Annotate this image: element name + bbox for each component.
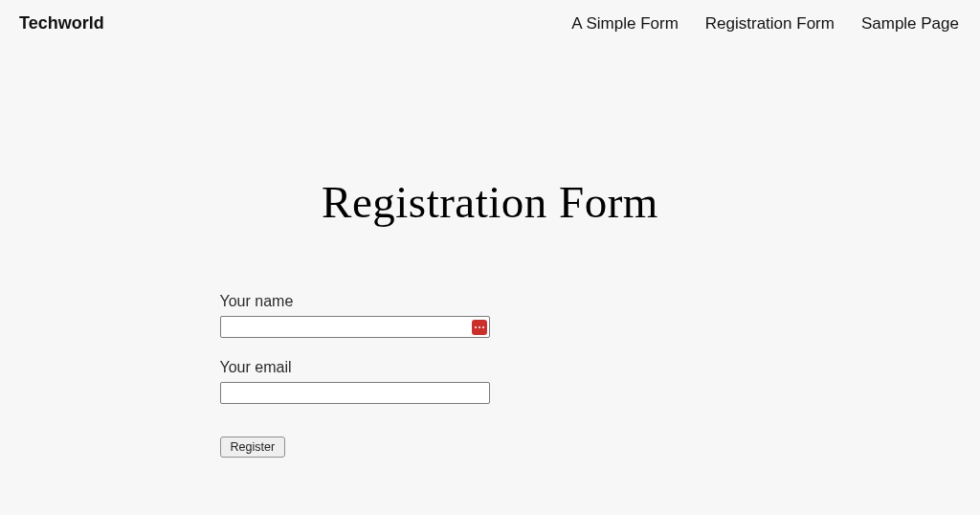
submit-row: Register (220, 437, 761, 458)
email-label: Your email (220, 359, 761, 376)
password-manager-icon[interactable] (472, 320, 487, 335)
page-title: Registration Form (220, 176, 761, 228)
registration-form: Your name Your email Register (220, 293, 761, 458)
site-brand[interactable]: Techworld (19, 13, 104, 34)
name-input[interactable] (220, 316, 490, 338)
register-button[interactable]: Register (220, 437, 286, 458)
primary-nav: A Simple Form Registration Form Sample P… (571, 14, 959, 34)
dot-icon (479, 326, 480, 328)
nav-link-sample-page[interactable]: Sample Page (861, 14, 959, 34)
dot-icon (475, 326, 477, 328)
nav-link-registration-form[interactable]: Registration Form (705, 14, 835, 34)
field-name: Your name (220, 293, 761, 338)
email-input-wrap (220, 382, 490, 404)
name-label: Your name (220, 293, 761, 310)
main-content: Registration Form Your name Your email R… (220, 47, 761, 458)
field-email: Your email (220, 359, 761, 404)
nav-link-simple-form[interactable]: A Simple Form (571, 14, 678, 34)
name-input-wrap (220, 316, 490, 338)
dot-icon (482, 326, 484, 328)
email-input[interactable] (220, 382, 490, 404)
site-header: Techworld A Simple Form Registration For… (0, 0, 980, 47)
